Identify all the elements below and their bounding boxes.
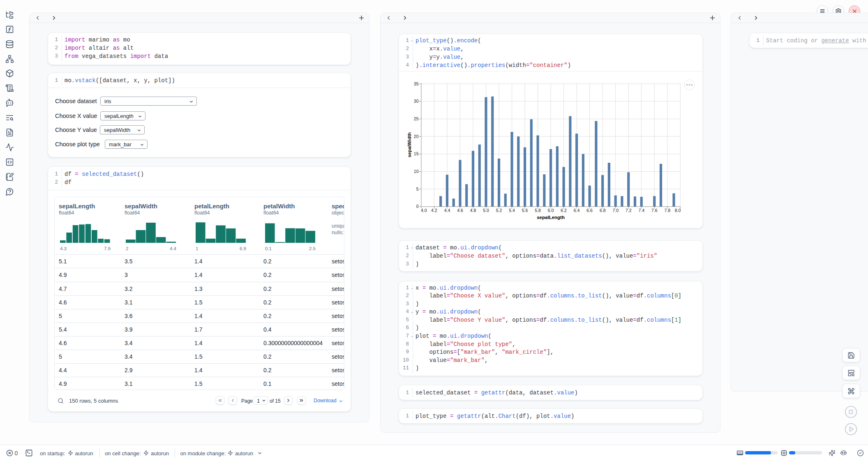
- svg-text:30: 30: [414, 99, 419, 104]
- svg-text:sepalWidth: sepalWidth: [407, 132, 412, 157]
- svg-text:7.6: 7.6: [651, 208, 658, 213]
- svg-text:4.0: 4.0: [421, 208, 427, 213]
- svg-text:4.2: 4.2: [431, 208, 437, 213]
- svg-text:5.6: 5.6: [522, 208, 528, 213]
- svg-text:6.6: 6.6: [586, 208, 593, 213]
- svg-text:7.8: 7.8: [664, 208, 670, 213]
- svg-text:4.8: 4.8: [470, 208, 476, 213]
- svg-text:5.8: 5.8: [535, 208, 541, 213]
- svg-text:15: 15: [414, 151, 419, 156]
- svg-text:10: 10: [414, 169, 419, 174]
- svg-text:4.4: 4.4: [444, 208, 450, 213]
- svg-text:7.0: 7.0: [612, 208, 619, 213]
- svg-text:6.8: 6.8: [600, 208, 606, 213]
- svg-text:0: 0: [416, 204, 419, 209]
- svg-text:4.6: 4.6: [457, 208, 463, 213]
- svg-text:sepalLength: sepalLength: [537, 215, 565, 220]
- svg-text:20: 20: [414, 134, 419, 139]
- svg-text:6.0: 6.0: [548, 208, 554, 213]
- svg-text:7.4: 7.4: [638, 208, 644, 213]
- svg-text:8.0: 8.0: [675, 208, 681, 213]
- svg-text:25: 25: [414, 116, 419, 121]
- svg-text:6.2: 6.2: [561, 208, 567, 213]
- svg-text:5.2: 5.2: [496, 208, 502, 213]
- svg-text:7.2: 7.2: [626, 208, 632, 213]
- svg-text:6.4: 6.4: [574, 208, 580, 213]
- svg-text:5.4: 5.4: [509, 208, 515, 213]
- svg-text:35: 35: [414, 81, 419, 86]
- svg-text:5: 5: [416, 187, 419, 191]
- svg-text:5.0: 5.0: [483, 208, 489, 213]
